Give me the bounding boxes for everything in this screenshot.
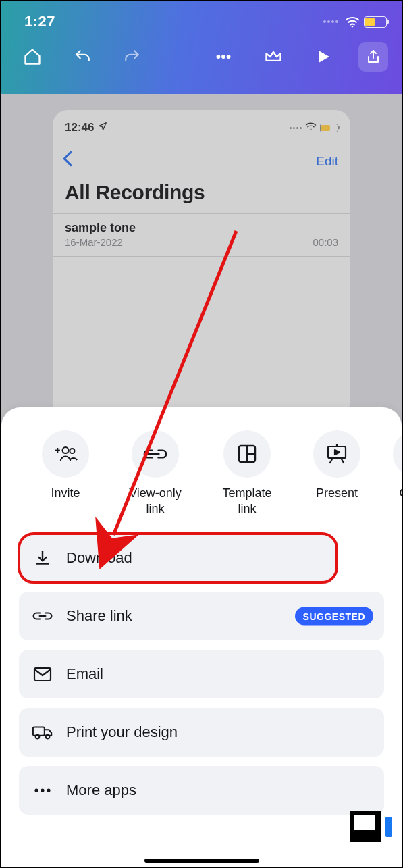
home-button[interactable] <box>18 42 47 72</box>
svg-point-2 <box>222 55 225 59</box>
more-options-button[interactable] <box>209 42 238 72</box>
present-icon <box>313 430 360 478</box>
share-option-label: Invite <box>51 486 80 501</box>
share-option-present[interactable]: Present <box>300 430 374 516</box>
share-option-template-link[interactable]: Template link <box>208 430 286 516</box>
svg-point-8 <box>70 449 74 453</box>
download-icon <box>31 549 54 567</box>
clipboard-icon <box>393 430 402 478</box>
invite-people-icon <box>42 430 89 478</box>
email-button[interactable]: Email <box>19 650 384 698</box>
print-design-button[interactable]: Print your design <box>19 708 384 757</box>
link-icon <box>31 610 54 622</box>
share-link-label: Share link <box>66 607 132 625</box>
more-apps-label: More apps <box>66 782 136 799</box>
print-label: Print your design <box>66 723 178 741</box>
more-apps-button[interactable]: More apps <box>19 766 384 815</box>
share-option-view-only-link[interactable]: View-only link <box>116 430 194 516</box>
play-preview-button[interactable] <box>308 42 338 72</box>
email-label: Email <box>66 665 103 683</box>
svg-point-3 <box>227 55 230 59</box>
more-dots-icon <box>31 787 54 794</box>
link-icon <box>132 430 179 478</box>
wifi-icon <box>345 16 360 28</box>
download-button[interactable]: Download <box>19 534 337 582</box>
status-right <box>323 16 387 28</box>
premium-crown-button[interactable] <box>259 42 288 72</box>
svg-point-7 <box>63 447 69 453</box>
svg-rect-23 <box>33 727 45 735</box>
share-option-label: Present <box>316 486 358 501</box>
app-header: 1:27 <box>1 1 402 94</box>
share-action-list: Download Share link SUGGESTED Email <box>1 524 402 815</box>
share-export-button[interactable] <box>358 42 388 72</box>
home-indicator[interactable] <box>144 859 259 863</box>
email-icon <box>31 667 54 682</box>
svg-point-26 <box>34 788 38 792</box>
svg-rect-22 <box>34 668 51 680</box>
svg-point-27 <box>41 788 44 792</box>
status-time: 1:27 <box>24 13 55 30</box>
svg-point-0 <box>352 26 353 27</box>
redo-button[interactable] <box>117 42 147 72</box>
editor-toolbar <box>1 35 402 72</box>
truck-icon <box>31 724 54 740</box>
watermark-logo <box>350 811 392 842</box>
share-option-label: View-only link <box>129 486 182 516</box>
svg-point-25 <box>46 735 50 739</box>
share-option-clipboard[interactable]: Clipbo <box>387 430 402 516</box>
share-option-label: Clipbo <box>399 486 402 501</box>
share-sheet: Invite View-only link Template link <box>1 407 402 867</box>
svg-point-28 <box>47 788 50 792</box>
battery-icon <box>364 16 387 28</box>
svg-point-24 <box>36 735 40 739</box>
share-option-invite[interactable]: Invite <box>28 430 103 516</box>
cellular-signal-icon <box>323 20 338 23</box>
svg-point-1 <box>217 55 220 59</box>
undo-button[interactable] <box>68 42 97 72</box>
suggested-badge: SUGGESTED <box>295 607 373 626</box>
download-label: Download <box>66 549 132 567</box>
share-option-label: Template link <box>222 486 271 516</box>
share-link-button[interactable]: Share link SUGGESTED <box>19 592 384 640</box>
share-options-row[interactable]: Invite View-only link Template link <box>1 426 402 524</box>
device-status-bar: 1:27 <box>1 1 402 35</box>
template-icon <box>223 430 271 478</box>
